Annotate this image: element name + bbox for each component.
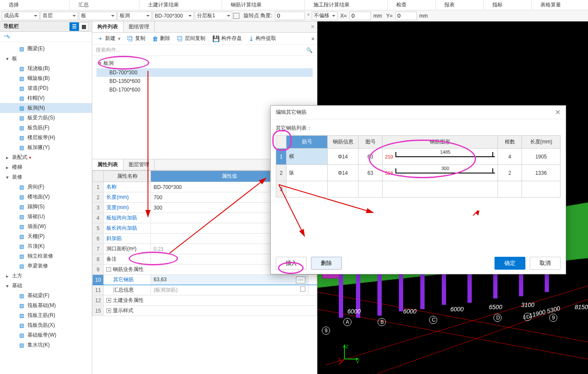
nav-item[interactable]: ▧基础板带(W): [0, 330, 92, 340]
toolbar-more[interactable]: »: [311, 36, 314, 42]
toolbar-层间复制[interactable]: ⿻层间复制: [175, 34, 208, 43]
nav-item[interactable]: ▧螺旋板(B): [0, 73, 92, 83]
nav-item[interactable]: ▾基础: [0, 281, 92, 291]
nav-item[interactable]: ▧筏板主筋(R): [0, 310, 92, 320]
nav-item[interactable]: ▧圈梁(E): [0, 44, 92, 54]
nav-item[interactable]: ▧墙裙(U): [0, 212, 92, 222]
toolbar-复制[interactable]: ⿻复制: [125, 34, 148, 43]
nav-item[interactable]: ▸装配式: [0, 152, 92, 162]
toolbar-删除[interactable]: 🗑删除: [150, 34, 173, 43]
rotate-input[interactable]: [275, 12, 305, 20]
fband-icon: ▧: [18, 332, 25, 339]
layer-select[interactable]: 分层板1: [195, 12, 232, 20]
nav-item[interactable]: ▧踢脚(S): [0, 202, 92, 212]
property-row[interactable]: 10其它钢筋63,63⋯: [93, 275, 317, 285]
nav-item[interactable]: ▧板受力筋(S): [0, 113, 92, 123]
component-search[interactable]: 搜索构件... 🔍: [92, 45, 317, 56]
menu-check[interactable]: 检查: [388, 0, 436, 10]
nav-item[interactable]: ▧独立柱装修: [0, 251, 92, 261]
nav-item[interactable]: ▧板加腋(Y): [0, 143, 92, 152]
rebar-row[interactable]: 2纵Φ146351830021336: [276, 165, 561, 181]
tab-component-list[interactable]: 构件列表: [92, 21, 124, 32]
property-row[interactable]: 11汇总信息(板洞加筋): [93, 285, 317, 295]
dialog-close-icon[interactable]: ✕: [555, 108, 561, 116]
component-item[interactable]: BD-1700*600: [96, 85, 313, 94]
menu-report[interactable]: 报表: [436, 0, 484, 10]
nav-item[interactable]: ▾装修: [0, 172, 92, 182]
menu-section-result[interactable]: 施工段计算结果: [305, 0, 388, 10]
component-item[interactable]: BD-1350*600: [96, 77, 313, 85]
library-select[interactable]: 成品库: [2, 12, 39, 20]
menu-select[interactable]: 选择: [0, 0, 70, 10]
col-icon: ▧: [18, 253, 25, 260]
toolbar-构件提取[interactable]: ⤓构件提取: [246, 34, 279, 43]
menu-civil-result[interactable]: 土建计算结果: [139, 0, 222, 10]
property-row[interactable]: 15+显示样式: [93, 306, 317, 316]
toolbar-新建[interactable]: ＋新建▾: [95, 34, 123, 43]
nav-item[interactable]: ▧筏板基础(M): [0, 301, 92, 310]
nav-item-label: 独立柱装修: [27, 252, 53, 260]
tab-property-list[interactable]: 属性列表: [92, 159, 124, 170]
nav-item[interactable]: ▧吊顶(K): [0, 241, 92, 251]
nav-item[interactable]: ▧墙面(W): [0, 222, 92, 231]
component-item[interactable]: BD-700*300: [96, 68, 313, 77]
nav-view-grid[interactable]: ▦: [79, 22, 88, 31]
svg-text:9: 9: [552, 315, 555, 321]
menu-index[interactable]: 指标: [484, 0, 532, 10]
rebar-row[interactable]: 1横Φ1463210148541905: [276, 149, 561, 165]
delete-button[interactable]: 删除: [311, 257, 342, 270]
rneg-icon: ▧: [18, 322, 25, 329]
floor-select[interactable]: 首层: [40, 12, 78, 20]
component-toolbar: ＋新建▾⿻复制🗑删除⿻层间复制💾构件存盘⤓构件提取»: [92, 33, 317, 45]
menu-table-calc[interactable]: 表格算量: [532, 0, 588, 10]
offset-select[interactable]: 不偏移: [312, 12, 338, 20]
nav-item[interactable]: ▧房间(F): [0, 182, 92, 192]
tab-drawing-mgmt[interactable]: 图纸管理: [124, 21, 155, 32]
component-item[interactable]: ▾板洞: [96, 58, 313, 68]
nav-item[interactable]: ▧集水坑(K): [0, 340, 92, 350]
ok-button[interactable]: 确定: [495, 257, 525, 270]
rebar-th-count: 根数: [498, 136, 522, 149]
x-unit: mm: [372, 13, 384, 19]
nav-item[interactable]: ▧楼层板带(H): [0, 133, 92, 143]
rebar-row[interactable]: 3: [276, 181, 561, 198]
y-input[interactable]: [395, 12, 417, 20]
toolbar-构件存盘[interactable]: 💾构件存盘: [210, 34, 244, 43]
more-button[interactable]: ⋯: [296, 277, 305, 283]
tab-layer-mgmt[interactable]: 图层管理: [124, 159, 155, 170]
insert-button[interactable]: 插入: [276, 257, 307, 270]
nav-view-list[interactable]: ☰: [69, 22, 79, 31]
menu-rebar-result[interactable]: 钢筋计算结果: [222, 0, 305, 10]
nav-item-label: 坡道(PD): [27, 85, 48, 92]
nav-item[interactable]: ▸楼梯: [0, 162, 92, 172]
component-select[interactable]: BD-700*300: [153, 12, 194, 20]
property-row[interactable]: 12+土建业务属性: [93, 295, 317, 306]
floor-icon: ▧: [18, 194, 25, 201]
nav-item[interactable]: ▸土方: [0, 271, 92, 281]
subcategory-select[interactable]: 板洞: [118, 12, 152, 20]
nav-item[interactable]: ▧板负筋(F): [0, 123, 92, 133]
nav-item[interactable]: ▧基础梁(F): [0, 291, 92, 301]
nav-item[interactable]: ▾板: [0, 54, 92, 64]
nav-item[interactable]: ▧筏板负筋(X): [0, 320, 92, 330]
svg-text:6000: 6000: [403, 308, 416, 315]
nav-item[interactable]: ▧柱帽(V): [0, 93, 92, 103]
ceil-icon: ▧: [18, 233, 25, 240]
nav-item[interactable]: ▧现浇板(B): [0, 64, 92, 73]
nav-add-icon[interactable]: ⁺✎: [3, 34, 10, 40]
panel-close-icon[interactable]: ×: [311, 23, 314, 30]
cancel-button[interactable]: 取消: [530, 257, 561, 270]
nav-item[interactable]: ▧坡道(PD): [0, 83, 92, 93]
category-select[interactable]: 板: [79, 12, 117, 20]
menu-summary[interactable]: 汇总: [70, 0, 140, 10]
ring-icon: ▧: [18, 46, 25, 52]
rotate-checkbox[interactable]: [233, 13, 239, 19]
nav-item-label: 楼层板带(H): [27, 134, 55, 141]
nav-item[interactable]: ▧单梁装修: [0, 261, 92, 271]
nav-item[interactable]: ▧板洞(N): [0, 103, 92, 113]
nav-item[interactable]: ▧楼地面(V): [0, 192, 92, 202]
nav-item[interactable]: ▧天棚(P): [0, 231, 92, 241]
x-input[interactable]: [350, 12, 371, 20]
hole-icon: ▧: [18, 105, 25, 112]
nav-item-label: 墙面(W): [27, 223, 46, 230]
